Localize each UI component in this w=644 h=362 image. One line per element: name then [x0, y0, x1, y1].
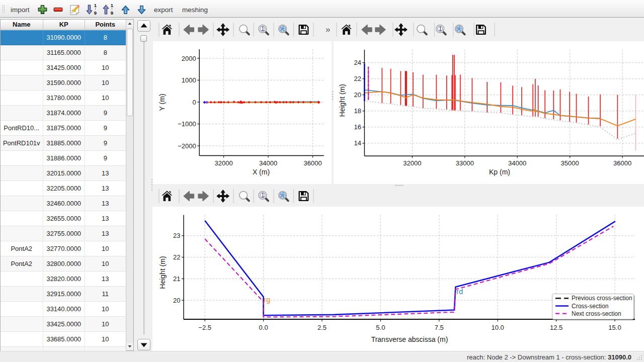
svg-text:36000: 36000	[613, 159, 631, 167]
svg-text:−2.5: −2.5	[198, 324, 211, 331]
svg-text:12.5: 12.5	[550, 324, 562, 331]
svg-text:34000: 34000	[508, 159, 526, 167]
svg-text:22: 22	[354, 75, 361, 82]
svg-text:32000: 32000	[215, 159, 233, 167]
svg-text:36000: 36000	[304, 159, 322, 167]
svg-text:9: 9	[94, 10, 97, 16]
svg-text:7.5: 7.5	[435, 324, 444, 331]
svg-text:Transverse abscissa (m): Transverse abscissa (m)	[371, 335, 448, 343]
svg-text:Height (m): Height (m)	[158, 256, 167, 289]
svg-text:Next cross-section: Next cross-section	[572, 310, 621, 317]
svg-text:1000: 1000	[182, 76, 196, 84]
svg-text:Cross-section: Cross-section	[572, 303, 608, 310]
svg-text:18: 18	[354, 107, 361, 115]
svg-text:rd: rd	[456, 287, 463, 296]
svg-text:import: import	[11, 6, 30, 14]
svg-text:10.0: 10.0	[492, 324, 504, 331]
svg-text:Previous cross-section: Previous cross-section	[572, 295, 632, 302]
svg-text:32000: 32000	[403, 159, 421, 167]
svg-text:»: »	[326, 25, 330, 34]
svg-text:export: export	[154, 6, 173, 14]
svg-text:−1000: −1000	[178, 120, 196, 128]
svg-text:23: 23	[173, 232, 180, 239]
svg-text:33000: 33000	[456, 159, 474, 167]
svg-text:X (m): X (m)	[253, 168, 270, 176]
svg-text:15.0: 15.0	[608, 324, 621, 331]
svg-text:meshing: meshing	[182, 6, 208, 14]
svg-text:−2000: −2000	[178, 142, 196, 150]
svg-text:9: 9	[111, 10, 113, 16]
svg-text:22: 22	[173, 253, 180, 261]
svg-text:5.0: 5.0	[376, 324, 385, 331]
svg-text:1: 1	[111, 3, 114, 8]
svg-text:20: 20	[354, 91, 361, 99]
svg-text:Height (m): Height (m)	[338, 84, 346, 117]
svg-text:34000: 34000	[259, 159, 277, 167]
svg-text:21: 21	[173, 275, 180, 283]
svg-text:0: 0	[192, 99, 196, 106]
svg-text:rg: rg	[264, 295, 270, 304]
svg-text:20: 20	[173, 297, 180, 304]
svg-text:0.0: 0.0	[259, 324, 268, 331]
svg-text:Kp (m): Kp (m)	[489, 168, 510, 176]
svg-text:16: 16	[354, 123, 361, 131]
svg-text:2.5: 2.5	[317, 324, 327, 331]
svg-text:1: 1	[94, 3, 97, 8]
svg-text:Y (m): Y (m)	[158, 94, 167, 111]
svg-text:24: 24	[354, 59, 361, 66]
svg-text:35000: 35000	[561, 159, 579, 167]
svg-text:14: 14	[354, 139, 361, 147]
svg-text:2000: 2000	[182, 55, 196, 62]
